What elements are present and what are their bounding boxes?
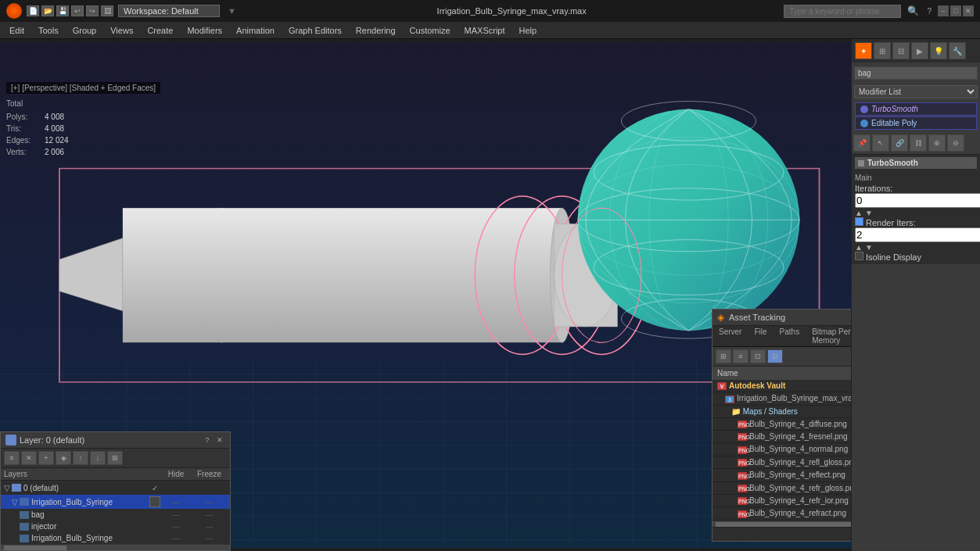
close-button[interactable]: ✕ xyxy=(963,5,974,16)
menu-modifiers[interactable]: Modifiers xyxy=(181,24,228,37)
render-iters-checkbox[interactable] xyxy=(855,217,863,226)
scene-button[interactable]: 🖼 xyxy=(101,5,113,16)
lp-tool-delete[interactable]: ✕ xyxy=(21,451,37,465)
link-button[interactable]: 🔗 xyxy=(891,134,908,152)
modifier-search-input[interactable] xyxy=(854,66,978,80)
maximize-button[interactable]: □ xyxy=(950,5,961,16)
minimize-button[interactable]: – xyxy=(938,5,949,16)
turbosmooth-icon xyxy=(860,106,868,113)
at-menu-file[interactable]: File xyxy=(748,326,773,346)
table-row: 3Irrigation_Bulb_Syringe_max_vray.max Ok xyxy=(713,392,851,405)
menu-edit[interactable]: Edit xyxy=(3,24,31,37)
menu-help[interactable]: Help xyxy=(513,24,544,37)
render-iters-spinner-up[interactable]: ▲ xyxy=(855,243,863,252)
layer-panel-scrollbar[interactable] xyxy=(1,544,230,550)
at-tool-1[interactable]: ⊞ xyxy=(716,349,731,363)
at-tool-3[interactable]: ⊡ xyxy=(750,349,766,363)
open-button[interactable]: 📂 xyxy=(41,5,54,16)
search-input[interactable] xyxy=(784,5,901,18)
workspace-selector[interactable]: Workspace: Default xyxy=(118,5,220,17)
lp-tool-up[interactable]: ↑ xyxy=(73,451,88,465)
menu-customize[interactable]: Customize xyxy=(404,24,457,37)
at-menu-paths[interactable]: Paths xyxy=(774,326,806,346)
menu-graph-editors[interactable]: Graph Editors xyxy=(282,24,348,37)
table-row: PNGBulb_Syringe_4_refr_gloss.png Found xyxy=(713,481,851,494)
menu-views[interactable]: Views xyxy=(104,24,139,37)
modify-icon[interactable]: ⊞ xyxy=(874,42,891,59)
title-toolbar: 📄 📂 💾 ↩ ↪ 🖼 xyxy=(27,5,113,16)
render-iters-row: Render Iters: ▲ ▼ xyxy=(855,217,977,252)
layer-visibility-checkbox[interactable] xyxy=(149,496,160,507)
layer-item-bag[interactable]: bag — — xyxy=(1,509,230,521)
display-icon[interactable]: 💡 xyxy=(930,42,947,59)
expand-icon[interactable]: ▽ xyxy=(12,498,20,506)
menu-animation[interactable]: Animation xyxy=(230,24,281,37)
polys-value: 4 008 xyxy=(45,111,64,123)
search-icon[interactable]: 🔍 xyxy=(906,5,921,16)
lp-tool-create[interactable]: ≡ xyxy=(4,451,20,465)
utilities-icon[interactable]: 🔧 xyxy=(949,42,966,59)
bind-button[interactable]: ⊕ xyxy=(928,134,946,152)
at-menu-bitmap[interactable]: Bitmap Performance and Memory xyxy=(806,326,851,346)
expand-icon[interactable]: ▽ xyxy=(4,484,12,492)
layer-freeze: — xyxy=(192,510,227,519)
png-icon: PNG xyxy=(738,446,747,454)
lp-tool-select[interactable]: ◈ xyxy=(56,451,71,465)
layer-panel-toolbar: ≡ ✕ + ◈ ↑ ↓ ⊞ xyxy=(1,449,230,468)
layer-item-irrigation[interactable]: ▽ Irrigation_Bulb_Syringe — — xyxy=(1,495,230,509)
turbosmooth-section-title: TurboSmooth xyxy=(867,159,918,167)
isoline-checkbox[interactable] xyxy=(855,252,863,260)
viewport-label: [+] [Perspective] [Shaded + Edged Faces] xyxy=(6,82,160,94)
lp-help-button[interactable]: ? xyxy=(202,435,213,445)
editablepoly-item[interactable]: Editable Poly xyxy=(855,116,977,130)
at-menu-server[interactable]: Server xyxy=(713,326,748,346)
iterations-spinner-down[interactable]: ▼ xyxy=(865,209,873,217)
object-icon xyxy=(20,523,29,531)
lp-close-button[interactable]: ✕ xyxy=(214,435,225,445)
pin-button[interactable]: 📌 xyxy=(853,134,871,152)
turbosmooth-label: TurboSmooth xyxy=(871,105,918,113)
menu-rendering[interactable]: Rendering xyxy=(350,24,402,37)
workspace-arrow[interactable]: ▼ xyxy=(224,6,239,16)
viewport[interactable]: [+] [Perspective] [Shaded + Edged Faces]… xyxy=(0,39,851,551)
iterations-input[interactable] xyxy=(855,193,980,208)
section-collapse-icon[interactable] xyxy=(858,160,864,166)
create-icon[interactable]: ✦ xyxy=(855,42,872,59)
app-icon xyxy=(6,3,22,19)
menu-maxscript[interactable]: MAXScript xyxy=(458,24,512,37)
vault-icon: V xyxy=(717,382,727,390)
lp-tool-add[interactable]: + xyxy=(38,451,54,465)
layer-item-irrigation-obj[interactable]: Irrigation_Bulb_Syringe — — xyxy=(1,532,230,544)
redo-button[interactable]: ↪ xyxy=(86,5,99,16)
modifier-list-dropdown[interactable]: Modifier List xyxy=(854,85,978,98)
hierarchy-icon[interactable]: ⊟ xyxy=(892,42,910,59)
layer-name: injector xyxy=(31,522,160,531)
menu-tools[interactable]: Tools xyxy=(32,24,65,37)
render-iters-spinner-down[interactable]: ▼ xyxy=(865,243,873,252)
at-tool-4[interactable]: ⊟ xyxy=(767,349,783,363)
layer-icon xyxy=(20,498,29,506)
help-icon[interactable]: ? xyxy=(925,7,933,16)
at-tool-2[interactable]: ≡ xyxy=(733,349,748,363)
unbind-button[interactable]: ⊖ xyxy=(947,134,964,152)
unlink-button[interactable]: ⛓ xyxy=(910,134,927,152)
select-button[interactable]: ↖ xyxy=(872,134,889,152)
iterations-spinner-up[interactable]: ▲ xyxy=(855,209,863,217)
turbosmooth-item[interactable]: TurboSmooth xyxy=(855,102,977,116)
lp-tool-merge[interactable]: ⊞ xyxy=(107,451,123,465)
new-button[interactable]: 📄 xyxy=(27,5,39,16)
motion-icon[interactable]: ▶ xyxy=(911,42,928,59)
window-controls: – □ ✕ xyxy=(938,5,974,16)
menu-create[interactable]: Create xyxy=(141,24,179,37)
layer-item-injector[interactable]: injector — — xyxy=(1,521,230,532)
save-button[interactable]: 💾 xyxy=(56,5,69,16)
polys-label: Polys: xyxy=(6,111,41,123)
at-col-name: Name xyxy=(713,367,851,380)
scrollbar-thumb[interactable] xyxy=(4,546,66,550)
render-iters-input[interactable] xyxy=(855,227,980,242)
undo-button[interactable]: ↩ xyxy=(71,5,84,16)
lp-tool-down[interactable]: ↓ xyxy=(90,451,106,465)
menu-group[interactable]: Group xyxy=(66,24,103,37)
asset-tracking-scrollbar[interactable] xyxy=(713,521,851,527)
layer-item-default[interactable]: ▽ 0 (default) ✓ xyxy=(1,481,230,495)
